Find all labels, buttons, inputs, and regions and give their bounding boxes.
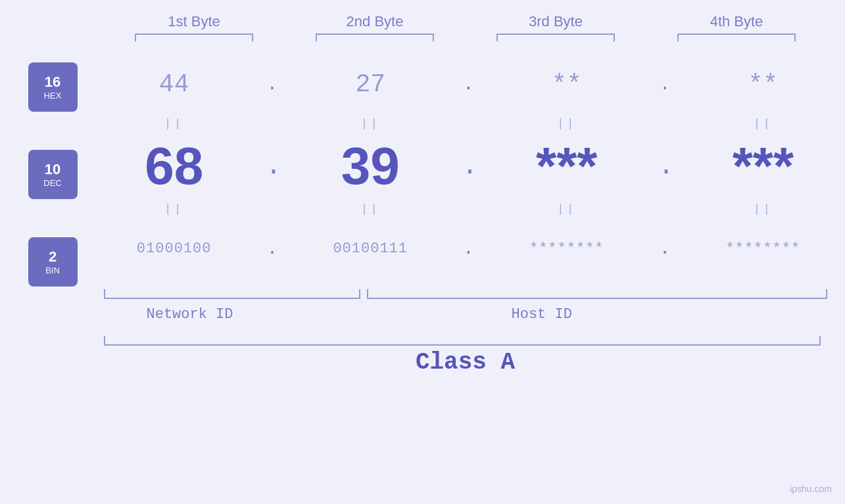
hex-value-row: 44 . 27 . ** . ** (92, 55, 845, 114)
equals-6: || (298, 202, 443, 216)
host-bracket (367, 289, 827, 299)
dec-val-2: 39 (341, 140, 400, 193)
equals-7: || (495, 202, 639, 216)
dec-val-4: *** (733, 140, 794, 193)
dec-value-row: 68 . 39 . *** . *** (92, 133, 845, 199)
bracket-2 (316, 34, 434, 41)
hex-cell-2: 27 (298, 70, 443, 99)
hex-dot-1: . (266, 74, 279, 95)
base-labels-column: 16 HEX 10 DEC 2 BIN (0, 55, 92, 286)
network-bracket (104, 289, 360, 299)
dec-label: DEC (43, 178, 61, 188)
bin-val-3: ******** (529, 241, 604, 257)
class-bracket (104, 336, 821, 346)
equals-2: || (298, 117, 443, 130)
bin-cell-4: ******** (690, 241, 835, 257)
bottom-brackets-container (104, 289, 827, 301)
dec-cell-3: *** (495, 140, 639, 193)
hex-cell-4: ** (690, 70, 835, 99)
bin-dot-1: . (266, 239, 279, 259)
bin-dot-2: . (462, 239, 475, 259)
hex-val-2: 27 (355, 70, 385, 99)
dec-cell-4: *** (690, 140, 835, 193)
bin-cell-1: 01000100 (102, 241, 247, 257)
byte-headers-row: 1st Byte 2nd Byte 3rd Byte 4th Byte (104, 13, 827, 30)
hex-badge: 16 HEX (28, 62, 78, 112)
equals-row-1: || || || || (92, 114, 845, 133)
dec-badge: 10 DEC (28, 150, 78, 199)
top-brackets-row (104, 34, 827, 41)
dec-dot-2: . (462, 152, 475, 181)
hex-val-3: ** (552, 70, 582, 99)
class-label: Class A (416, 349, 515, 376)
bin-val-1: 01000100 (137, 241, 212, 257)
bin-val-4: ******** (726, 241, 801, 257)
byte-header-3: 3rd Byte (483, 13, 628, 30)
bin-cell-2: 00100111 (298, 241, 443, 257)
equals-4: || (690, 117, 835, 130)
equals-1: || (102, 117, 247, 130)
dec-cell-2: 39 (298, 140, 443, 193)
hex-number: 16 (45, 74, 60, 91)
hex-cell-1: 44 (102, 70, 247, 99)
byte-header-1: 1st Byte (122, 13, 266, 30)
dec-val-1: 68 (145, 140, 203, 193)
equals-8: || (690, 202, 835, 216)
network-id-label: Network ID (147, 306, 233, 323)
main-container: 1st Byte 2nd Byte 3rd Byte 4th Byte 16 H… (0, 0, 845, 504)
dec-dot-1: . (266, 152, 279, 181)
bracket-3 (496, 34, 615, 41)
byte-header-4: 4th Byte (664, 13, 809, 30)
bin-cell-3: ******** (495, 241, 639, 257)
equals-5: || (102, 202, 247, 216)
values-area: 44 . 27 . ** . ** || || (92, 55, 845, 286)
bin-value-row: 01000100 . 00100111 . ******** . *******… (92, 219, 845, 278)
dec-cell-1: 68 (102, 140, 247, 193)
hex-label: HEX (44, 91, 62, 101)
hex-dot-3: . (658, 74, 671, 95)
hex-dot-2: . (462, 74, 475, 95)
class-section: Class A (104, 336, 827, 382)
host-id-label: Host ID (512, 306, 572, 323)
dec-val-3: *** (536, 140, 597, 193)
byte-header-2: 2nd Byte (302, 13, 447, 30)
watermark: ipshu.com (790, 484, 832, 494)
hex-val-4: ** (748, 70, 779, 99)
bin-number: 2 (49, 248, 57, 265)
main-values-area: 16 HEX 10 DEC 2 BIN 44 . (0, 55, 845, 286)
dec-number: 10 (45, 161, 60, 178)
bin-val-2: 00100111 (333, 241, 408, 257)
bin-label: BIN (45, 265, 60, 275)
equals-row-2: || || || || (92, 199, 845, 219)
bracket-1 (135, 34, 253, 41)
id-labels-container: Network ID Host ID (104, 306, 827, 329)
equals-3: || (495, 117, 639, 130)
bin-dot-3: . (658, 239, 671, 259)
hex-cell-3: ** (495, 70, 639, 99)
hex-val-1: 44 (159, 70, 189, 99)
bracket-4 (677, 34, 796, 41)
bin-badge: 2 BIN (28, 237, 78, 286)
dec-dot-3: . (658, 152, 671, 181)
